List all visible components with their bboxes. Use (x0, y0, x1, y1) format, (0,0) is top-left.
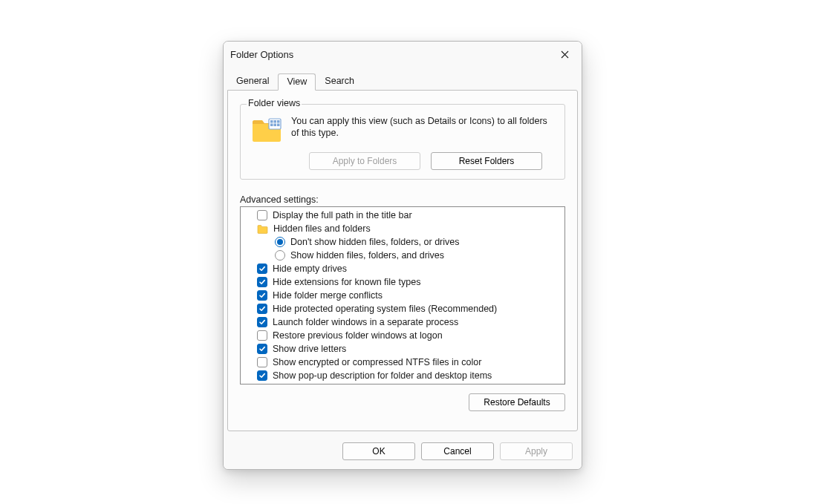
tab-bar: General View Search (224, 68, 582, 90)
tree-item-label: Restore previous folder windows at logon (273, 329, 443, 342)
checkbox-icon[interactable] (257, 277, 267, 287)
svg-rect-1 (270, 120, 273, 123)
tab-panel-view: Folder views You can apply this view (su… (227, 90, 578, 431)
checkbox-icon[interactable] (257, 357, 267, 367)
svg-rect-4 (270, 124, 273, 127)
advanced-settings-tree[interactable]: Display the full path in the title barHi… (240, 206, 565, 384)
checkbox-icon[interactable] (257, 210, 267, 220)
restore-defaults-button[interactable]: Restore Defaults (469, 393, 565, 411)
tree-item-label: Show encrypted or compressed NTFS files … (273, 356, 481, 369)
tab-general[interactable]: General (227, 73, 278, 90)
checkbox-icon[interactable] (257, 330, 267, 341)
checkbox-icon[interactable] (257, 317, 267, 327)
tree-item[interactable]: Show pop-up description for folder and d… (241, 369, 564, 382)
advanced-settings-label: Advanced settings: (240, 194, 565, 205)
tree-item[interactable]: Show hidden files, folders, and drives (241, 249, 564, 262)
tree-item-label: Show drive letters (273, 342, 346, 356)
radio-icon[interactable] (275, 237, 285, 247)
svg-rect-6 (277, 124, 280, 127)
folder-icon (251, 117, 282, 143)
tree-item-label: Hide protected operating system files (R… (273, 302, 497, 315)
tree-item[interactable]: Show encrypted or compressed NTFS files … (241, 356, 564, 369)
tree-item-label: Hide extensions for known file types (273, 275, 420, 289)
tree-item-label: Display the full path in the title bar (273, 209, 412, 222)
tree-item[interactable]: Hide empty drives (241, 262, 564, 275)
ok-button[interactable]: OK (342, 442, 415, 460)
cancel-button[interactable]: Cancel (421, 442, 494, 460)
dialog-footer: OK Cancel Apply (224, 435, 582, 469)
tree-item-label: Show pop-up description for folder and d… (273, 369, 492, 382)
titlebar: Folder Options (224, 42, 582, 68)
radio-icon[interactable] (275, 250, 285, 261)
tree-item-label: Don't show hidden files, folders, or dri… (290, 235, 460, 249)
tab-view[interactable]: View (278, 73, 316, 91)
tree-item-label: Hide folder merge conflicts (273, 289, 383, 302)
dialog-title: Folder Options (230, 49, 293, 60)
tree-item[interactable]: Launch folder windows in a separate proc… (241, 315, 564, 329)
svg-rect-2 (274, 120, 277, 123)
checkbox-icon[interactable] (257, 290, 267, 301)
checkbox-icon[interactable] (257, 344, 267, 354)
tree-item[interactable]: Show drive letters (241, 342, 564, 356)
tree-item[interactable]: Hide protected operating system files (R… (241, 302, 564, 315)
tree-item-label: Launch folder windows in a separate proc… (273, 315, 458, 329)
tree-item[interactable]: Display the full path in the title bar (241, 209, 564, 222)
tree-item[interactable]: Don't show hidden files, folders, or dri… (241, 235, 564, 249)
reset-folders-button[interactable]: Reset Folders (431, 152, 542, 170)
folder-options-dialog: Folder Options General View Search Folde… (223, 41, 582, 470)
folder-views-group-label: Folder views (247, 98, 302, 108)
tree-item[interactable]: Hide extensions for known file types (241, 275, 564, 289)
checkbox-icon[interactable] (257, 304, 267, 314)
tree-item-label: Hide empty drives (273, 262, 347, 275)
tree-item[interactable]: Hide folder merge conflicts (241, 289, 564, 302)
tab-search[interactable]: Search (316, 73, 363, 90)
folder-views-description: You can apply this view (such as Details… (291, 115, 556, 143)
folder-views-group: Folder views You can apply this view (su… (240, 104, 565, 180)
svg-rect-5 (274, 124, 277, 127)
tree-item[interactable]: Restore previous folder windows at logon (241, 329, 564, 342)
checkbox-icon[interactable] (257, 370, 267, 381)
tree-item[interactable]: Hidden files and folders (241, 222, 564, 235)
apply-to-folders-button[interactable]: Apply to Folders (309, 152, 420, 170)
close-icon (561, 50, 569, 59)
tree-item-label: Hidden files and folders (273, 222, 371, 235)
checkbox-icon[interactable] (257, 264, 267, 274)
apply-button[interactable]: Apply (500, 442, 573, 460)
close-button[interactable] (548, 42, 582, 68)
tree-item-label: Show hidden files, folders, and drives (290, 249, 444, 262)
svg-rect-3 (277, 120, 280, 123)
